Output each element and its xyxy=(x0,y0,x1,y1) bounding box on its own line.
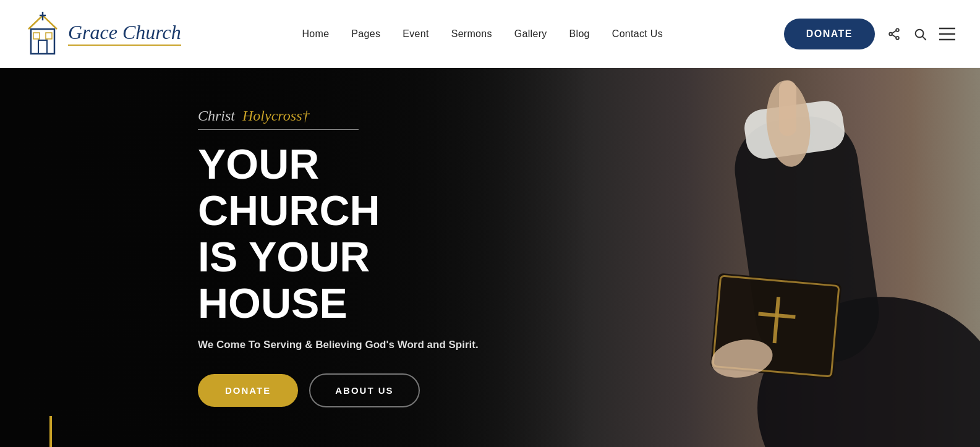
logo-link[interactable]: Grace Church xyxy=(25,11,181,57)
nav-pages[interactable]: Pages xyxy=(351,28,380,40)
svg-line-10 xyxy=(892,35,897,37)
hero-figure-decoration xyxy=(560,68,980,447)
search-icon xyxy=(913,27,927,41)
share-icon-button[interactable] xyxy=(887,27,901,41)
svg-rect-20 xyxy=(779,80,796,136)
nav-event[interactable]: Event xyxy=(403,28,428,40)
logo-icon xyxy=(25,11,61,57)
hero-title-line2: IS YOUR HOUSE xyxy=(198,233,370,326)
svg-rect-4 xyxy=(33,33,40,39)
hero-cta-buttons: DONATE ABOUT US xyxy=(198,373,495,407)
svg-rect-5 xyxy=(46,33,52,39)
hero-subtitle: Christ Holycross† xyxy=(198,108,495,124)
subtitle-black-text: Christ xyxy=(198,108,235,124)
nav-gallery[interactable]: Gallery xyxy=(514,28,547,40)
svg-rect-1 xyxy=(38,40,47,54)
header-actions: DONATE xyxy=(784,19,955,49)
logo-grace: Grace xyxy=(68,21,122,43)
subtitle-divider xyxy=(198,129,359,130)
share-icon xyxy=(887,27,901,41)
hero-title-line1: YOUR CHURCH xyxy=(198,140,380,234)
hero-donate-button[interactable]: DONATE xyxy=(198,374,298,407)
nav-home[interactable]: Home xyxy=(302,28,329,40)
hero-title: YOUR CHURCH IS YOUR HOUSE xyxy=(198,141,495,326)
nav-sermons[interactable]: Sermons xyxy=(451,28,492,40)
site-header: Grace Church Home Pages Event Sermons Ga… xyxy=(0,0,980,68)
hero-section: Christ Holycross† YOUR CHURCH IS YOUR HO… xyxy=(0,68,980,447)
svg-line-9 xyxy=(892,30,897,33)
subtitle-gold-text: Holycross† xyxy=(242,108,309,124)
hero-content: Christ Holycross† YOUR CHURCH IS YOUR HO… xyxy=(0,108,495,407)
nav-contact[interactable]: Contact Us xyxy=(612,28,663,40)
hamburger-icon xyxy=(939,27,955,41)
logo-church: Church xyxy=(122,21,181,43)
bottom-accent-bar xyxy=(49,416,52,447)
nav-blog[interactable]: Blog xyxy=(569,28,590,40)
header-donate-button[interactable]: DONATE xyxy=(784,19,875,49)
hero-about-button[interactable]: ABOUT US xyxy=(309,373,419,407)
hero-description: We Come To Serving & Believing God's Wor… xyxy=(198,339,495,351)
search-icon-button[interactable] xyxy=(913,27,927,41)
logo-text: Grace Church xyxy=(68,22,181,46)
svg-line-12 xyxy=(922,36,926,40)
menu-icon-button[interactable] xyxy=(939,27,955,41)
main-nav: Home Pages Event Sermons Gallery Blog Co… xyxy=(302,28,662,40)
